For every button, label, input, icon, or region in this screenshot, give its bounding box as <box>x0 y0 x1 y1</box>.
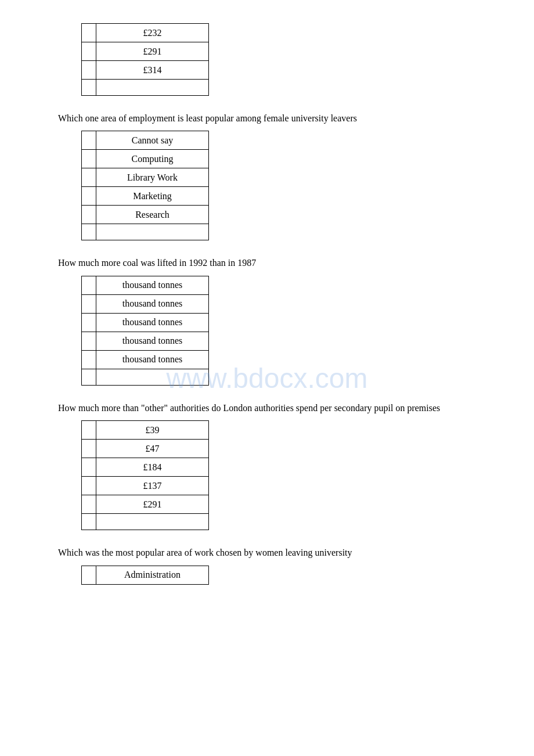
table-row[interactable]: £291 <box>82 42 209 61</box>
selector-cell[interactable] <box>82 332 96 350</box>
selector-cell[interactable] <box>82 495 96 514</box>
section-5: Which was the most popular area of work … <box>35 546 499 584</box>
value-cell: thousand tonnes <box>96 276 209 294</box>
table-row[interactable]: £137 <box>82 477 209 495</box>
question-text-5: Which was the most popular area of work … <box>58 546 499 559</box>
table-row-empty <box>82 369 209 385</box>
table-row[interactable]: Research <box>82 206 209 224</box>
answer-table-1: £232 £291 £314 <box>81 23 209 96</box>
selector-cell[interactable] <box>82 421 96 440</box>
value-cell: £314 <box>96 61 209 80</box>
question-text-4: How much more than "other" authorities d… <box>58 402 499 415</box>
value-cell: £184 <box>96 458 209 477</box>
selector-cell[interactable] <box>82 350 96 369</box>
selector-cell[interactable] <box>82 440 96 458</box>
value-cell: £137 <box>96 477 209 495</box>
value-cell: thousand tonnes <box>96 313 209 332</box>
table-row-empty <box>82 80 209 96</box>
selector-cell[interactable] <box>82 276 96 294</box>
value-cell-empty <box>96 224 209 240</box>
table-row[interactable]: £232 <box>82 24 209 42</box>
section-2: Which one area of employment is least po… <box>35 112 499 240</box>
answer-table-2: Cannot say Computing Library Work Market… <box>81 131 209 240</box>
value-cell-empty <box>96 369 209 385</box>
table-row-empty <box>82 514 209 530</box>
selector-cell[interactable] <box>82 187 96 206</box>
table-row[interactable]: thousand tonnes <box>82 350 209 369</box>
value-cell: Cannot say <box>96 131 209 150</box>
value-cell: Library Work <box>96 168 209 187</box>
question-text-2: Which one area of employment is least po… <box>58 112 499 125</box>
section-1: £232 £291 £314 <box>35 23 499 96</box>
selector-cell <box>82 80 96 96</box>
value-cell: £291 <box>96 495 209 514</box>
table-row[interactable]: Marketing <box>82 187 209 206</box>
table-row[interactable]: £39 <box>82 421 209 440</box>
section-3: How much more coal was lifted in 1992 th… <box>35 257 499 385</box>
selector-cell[interactable] <box>82 458 96 477</box>
table-row[interactable]: thousand tonnes <box>82 276 209 294</box>
selector-cell <box>82 514 96 530</box>
selector-cell[interactable] <box>82 150 96 168</box>
table-row[interactable]: Computing <box>82 150 209 168</box>
page-content: £232 £291 £314 Which one area of employm… <box>0 12 534 613</box>
selector-cell[interactable] <box>82 206 96 224</box>
table-row[interactable]: Library Work <box>82 168 209 187</box>
selector-cell[interactable] <box>82 477 96 495</box>
value-cell-empty <box>96 80 209 96</box>
table-row[interactable]: £184 <box>82 458 209 477</box>
value-cell: Administration <box>96 566 209 584</box>
selector-cell[interactable] <box>82 294 96 313</box>
value-cell: £232 <box>96 24 209 42</box>
selector-cell[interactable] <box>82 61 96 80</box>
value-cell-empty <box>96 514 209 530</box>
question-text-3: How much more coal was lifted in 1992 th… <box>58 257 499 269</box>
table-row[interactable]: Cannot say <box>82 131 209 150</box>
selector-cell[interactable] <box>82 168 96 187</box>
value-cell: £39 <box>96 421 209 440</box>
answer-table-4: £39 £47 £184 £137 £291 <box>81 420 209 530</box>
selector-cell[interactable] <box>82 131 96 150</box>
section-4: How much more than "other" authorities d… <box>35 402 499 530</box>
table-row[interactable]: Administration <box>82 566 209 584</box>
selector-cell[interactable] <box>82 566 96 584</box>
selector-cell <box>82 369 96 385</box>
answer-table-3: thousand tonnes thousand tonnes thousand… <box>81 276 209 386</box>
selector-cell[interactable] <box>82 42 96 61</box>
value-cell: thousand tonnes <box>96 350 209 369</box>
value-cell: Marketing <box>96 187 209 206</box>
value-cell: £291 <box>96 42 209 61</box>
table-row[interactable]: thousand tonnes <box>82 332 209 350</box>
value-cell: £47 <box>96 440 209 458</box>
selector-cell[interactable] <box>82 24 96 42</box>
answer-table-5: Administration <box>81 566 209 585</box>
value-cell: Computing <box>96 150 209 168</box>
value-cell: thousand tonnes <box>96 294 209 313</box>
table-row[interactable]: £47 <box>82 440 209 458</box>
value-cell: Research <box>96 206 209 224</box>
selector-cell <box>82 224 96 240</box>
table-row[interactable]: £291 <box>82 495 209 514</box>
table-row[interactable]: thousand tonnes <box>82 313 209 332</box>
table-row[interactable]: £314 <box>82 61 209 80</box>
table-row-empty <box>82 224 209 240</box>
selector-cell[interactable] <box>82 313 96 332</box>
table-row[interactable]: thousand tonnes <box>82 294 209 313</box>
value-cell: thousand tonnes <box>96 332 209 350</box>
